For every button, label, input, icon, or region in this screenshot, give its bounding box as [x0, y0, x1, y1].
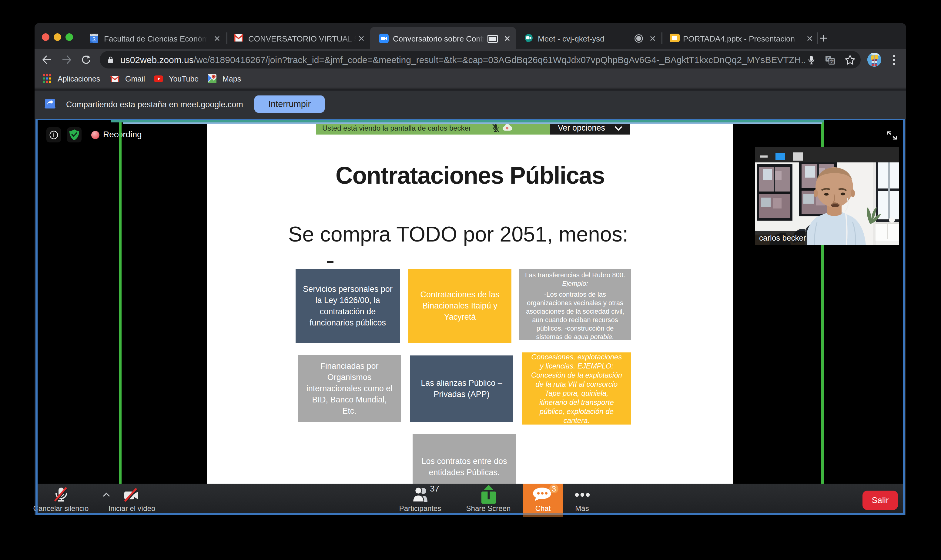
svg-text:3: 3: [92, 36, 96, 42]
svg-text:文: 文: [830, 59, 834, 64]
